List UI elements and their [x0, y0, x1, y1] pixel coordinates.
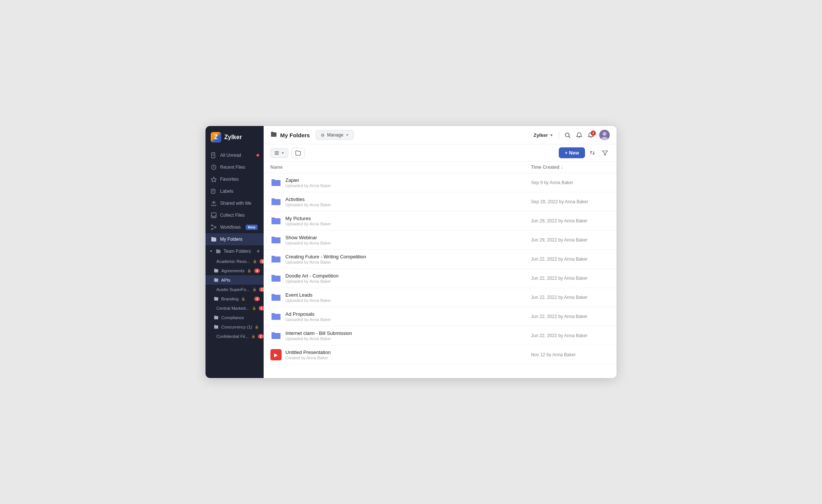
- svg-point-11: [212, 229, 213, 230]
- row-file-info: Internet claim - Bill Submission Uploade…: [285, 330, 352, 341]
- folder-icon-cell: [270, 196, 282, 207]
- table-row[interactable]: Internet claim - Bill Submission Uploade…: [264, 326, 616, 345]
- file-name: Internet claim - Bill Submission: [285, 330, 352, 336]
- folder-icon-cell: [270, 215, 282, 226]
- badge-count-confidential: 2: [258, 334, 264, 339]
- folder-icon-cell: [270, 273, 282, 284]
- row-file-info: Untitled Presentation Created by Anna Ba…: [285, 350, 331, 360]
- row-name-cell: Doodle Art - Competition Uploaded by Ann…: [270, 273, 531, 284]
- alerts-button[interactable]: 2: [588, 132, 594, 138]
- table-row[interactable]: Doodle Art - Competition Uploaded by Ann…: [264, 269, 616, 288]
- svg-marker-16: [346, 135, 348, 136]
- new-button-label: + New: [565, 150, 579, 156]
- star-icon: [211, 176, 217, 182]
- sidebar-item-shared-with-me[interactable]: Shared with Me: [206, 197, 264, 209]
- table-row[interactable]: Ad Proposals Uploaded by Anna Baker Jun …: [264, 307, 616, 326]
- sidebar-item-all-unread[interactable]: All Unread: [206, 149, 264, 161]
- folder-icon-cell: [270, 330, 282, 341]
- folder-plus-icon: [295, 150, 301, 156]
- view-toggle-button[interactable]: [270, 148, 288, 158]
- folder-icon: [214, 315, 219, 320]
- file-name: Zapier: [285, 177, 331, 183]
- new-button[interactable]: + New: [559, 147, 585, 158]
- add-team-folder-btn[interactable]: +: [256, 248, 260, 254]
- file-sub: Uploaded by Anna Baker: [285, 202, 331, 207]
- sidebar-item-concurrency[interactable]: Concurrency (1) 🔒: [206, 322, 264, 332]
- sidebar-item-recent-files[interactable]: Recent Files: [206, 161, 264, 173]
- row-time-cell: Jun 29, 2022 by Anna Baker: [531, 237, 610, 243]
- sidebar-label-favorites: Favorites: [220, 177, 238, 182]
- badge-count-agreements: 4: [254, 268, 260, 273]
- row-name-cell: ▶ Untitled Presentation Created by Anna …: [270, 349, 531, 360]
- sidebar-item-austin[interactable]: Austin SuperFo... 🔒 17: [206, 285, 264, 294]
- team-folder-icon: [216, 249, 221, 254]
- header-right: Zylker 2: [534, 130, 610, 140]
- folder-icon: [214, 296, 219, 301]
- sidebar-item-labels[interactable]: Labels: [206, 185, 264, 197]
- sidebar-label-workflows: Workflows: [220, 225, 241, 230]
- sidebar-item-favorites[interactable]: Favorites: [206, 173, 264, 185]
- table-row[interactable]: ▶ Untitled Presentation Created by Anna …: [264, 345, 616, 364]
- sidebar-label-labels: Labels: [220, 189, 233, 194]
- page-title: My Folders: [280, 132, 310, 138]
- new-folder-button[interactable]: [291, 148, 305, 158]
- row-time-cell: Jun 22, 2022 by Anna Baker: [531, 256, 610, 262]
- filter-button[interactable]: [600, 148, 610, 158]
- gear-icon: [320, 133, 325, 138]
- row-name-cell: Ad Proposals Uploaded by Anna Baker: [270, 311, 531, 322]
- sidebar-item-workflows[interactable]: Workflows Beta: [206, 221, 264, 233]
- table-row[interactable]: Activities Uploaded by Anna Baker Sep 28…: [264, 192, 616, 212]
- folder-icon: [271, 236, 281, 244]
- file-name: Event Leads: [285, 292, 331, 298]
- row-name-cell: Event Leads Uploaded by Anna Baker: [270, 292, 531, 303]
- sidebar-item-confidential[interactable]: Confidential Fil... 🔒 2: [206, 332, 264, 341]
- sidebar-label-my-folders: My Folders: [220, 237, 242, 242]
- folder-icon: [271, 198, 281, 206]
- sidebar-item-compliance[interactable]: Compliance: [206, 313, 264, 322]
- share-icon: [211, 200, 217, 206]
- chevron-down-icon: [549, 133, 554, 137]
- file-name: Doodle Art - Competition: [285, 273, 339, 279]
- file-sub: Uploaded by Anna Baker: [285, 317, 331, 322]
- user-avatar[interactable]: [599, 130, 610, 140]
- sidebar-item-branding[interactable]: Branding 🔒 3: [206, 294, 264, 303]
- row-file-info: My Pictures Uploaded by Anna Baker: [285, 216, 331, 226]
- sidebar-item-apis[interactable]: APIs: [206, 275, 264, 285]
- logo[interactable]: Z Zylker: [206, 126, 264, 148]
- sidebar-item-my-folders[interactable]: My Folders: [206, 233, 264, 245]
- svg-line-19: [568, 136, 570, 138]
- lock-icon: 🔒: [252, 288, 256, 291]
- table-row[interactable]: Show Webinar Uploaded by Anna Baker Jun …: [264, 231, 616, 250]
- team-folders-header[interactable]: Team Folders +: [206, 245, 264, 256]
- clock-icon: [211, 164, 217, 170]
- row-file-info: Creating Future - Writing Competition Up…: [285, 254, 366, 264]
- sidebar-item-academic[interactable]: Academic Reso... 🔒 25: [206, 256, 264, 266]
- team-item-label-agreements: Agreements: [221, 268, 244, 273]
- notifications-button[interactable]: [576, 132, 582, 138]
- lock-icon: 🔒: [251, 334, 255, 338]
- sidebar-item-collect-files[interactable]: Collect Files: [206, 209, 264, 221]
- table-row[interactable]: Zapier Uploaded by Anna Baker Sep 9 by A…: [264, 173, 616, 192]
- avatar-image: [599, 130, 610, 140]
- filter-icon: [602, 150, 608, 156]
- sidebar-item-central[interactable]: Central Marketi... 🔒 1: [206, 303, 264, 313]
- main-content: My Folders Manage Zylker: [264, 126, 616, 378]
- sidebar-item-agreements[interactable]: Agreements 🔒 4: [206, 266, 264, 275]
- header-divider: [559, 131, 559, 139]
- search-button[interactable]: [564, 132, 571, 138]
- brand-dropdown[interactable]: Zylker: [534, 132, 554, 138]
- table-row[interactable]: Creating Future - Writing Competition Up…: [264, 250, 616, 269]
- table-row[interactable]: My Pictures Uploaded by Anna Baker Jun 2…: [264, 212, 616, 231]
- team-item-label-central: Central Marketi...: [216, 306, 249, 310]
- table-row[interactable]: Event Leads Uploaded by Anna Baker Jun 2…: [264, 288, 616, 307]
- svg-marker-29: [603, 151, 608, 155]
- sort-button[interactable]: [588, 148, 597, 158]
- manage-button[interactable]: Manage: [316, 130, 353, 140]
- team-item-label-academic: Academic Reso...: [216, 259, 250, 264]
- badge-count-austin: 17: [259, 287, 264, 292]
- inbox-icon: [211, 212, 217, 218]
- folder-icon-cell: [270, 234, 282, 246]
- folder-icon-cell: [270, 311, 282, 322]
- svg-marker-14: [210, 250, 212, 252]
- presentation-icon: ▶: [270, 349, 282, 360]
